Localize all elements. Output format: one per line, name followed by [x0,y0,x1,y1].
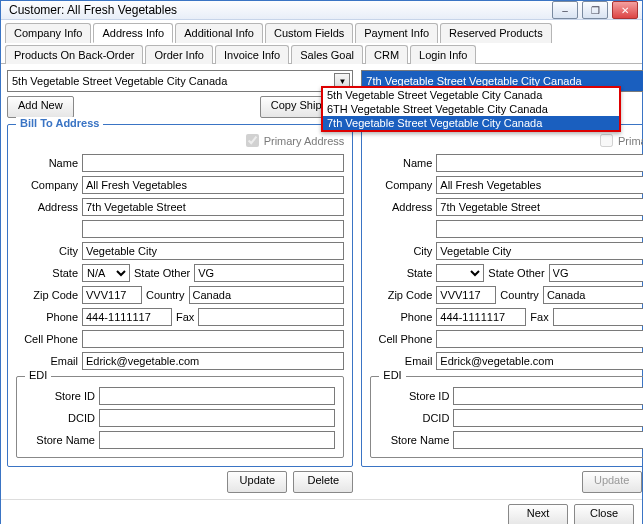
primary-address-label-right: Primary Address [618,135,643,147]
tab-company-info[interactable]: Company Info [5,23,91,43]
storeid-field[interactable] [99,387,335,405]
bill-to-selector[interactable]: 5th Vegetable Street Vegetable City Cana… [7,70,353,92]
state-other-field[interactable] [194,264,344,282]
next-button[interactable]: Next [508,504,568,524]
label-city-r: City [370,245,432,257]
storename-field[interactable] [99,431,335,449]
primary-address-checkbox-right[interactable] [600,134,613,147]
label-state-r: State [370,267,432,279]
close-button[interactable]: ✕ [612,1,638,19]
label-fax-r: Fax [530,311,548,323]
tab-address-info[interactable]: Address Info [93,23,173,43]
tab-payment-info[interactable]: Payment Info [355,23,438,43]
ship-to-dropdown[interactable]: 5th Vegetable Street Vegetable City Cana… [321,86,621,132]
label-dcid-r: DCID [379,412,449,424]
tab-order-info[interactable]: Order Info [145,45,213,64]
tab-reserved-products[interactable]: Reserved Products [440,23,552,43]
tab-crm[interactable]: CRM [365,45,408,64]
tab-sales-goal[interactable]: Sales Goal [291,45,363,64]
content: 5th Vegetable Street Vegetable City Cana… [1,64,642,499]
edi-legend: EDI [25,369,51,381]
window-buttons: – ❐ ✕ [552,1,638,19]
zip-field[interactable] [82,286,142,304]
update-button-right[interactable]: Update [582,471,642,493]
label-country: Country [146,289,185,301]
country-field-r[interactable] [543,286,643,304]
close-dialog-button[interactable]: Close [574,504,634,524]
ship-to-option[interactable]: 6TH Vegetable Street Vegetable City Cana… [323,102,619,116]
label-state: State [16,267,78,279]
company-field-r[interactable] [436,176,643,194]
ship-to-panel: 7th Vegetable Street Vegetable City Cana… [361,70,643,493]
label-company-r: Company [370,179,432,191]
label-phone: Phone [16,311,78,323]
label-storename: Store Name [25,434,95,446]
tabs: Company InfoAddress InfoAdditional InfoC… [1,20,642,64]
window-title: Customer: All Fresh Vegetables [9,3,552,17]
delete-button-left[interactable]: Delete [293,471,353,493]
label-state-other: State Other [134,267,190,279]
fax-field-r[interactable] [553,308,643,326]
titlebar: Customer: All Fresh Vegetables – ❐ ✕ [1,1,642,20]
label-cell-r: Cell Phone [370,333,432,345]
label-country-r: Country [500,289,539,301]
name-field-r[interactable] [436,154,643,172]
tab-products-on-back-order[interactable]: Products On Back-Order [5,45,143,64]
city-field[interactable] [82,242,344,260]
bill-to-fieldset: Bill To Address Primary Address Name Com… [7,124,353,467]
label-email-r: Email [370,355,432,367]
ship-to-option[interactable]: 5th Vegetable Street Vegetable City Cana… [323,88,619,102]
state-select-r[interactable] [436,264,484,282]
label-email: Email [16,355,78,367]
city-field-r[interactable] [436,242,643,260]
email-field[interactable] [82,352,344,370]
name-field[interactable] [82,154,344,172]
customer-window: Customer: All Fresh Vegetables – ❐ ✕ Com… [0,0,643,524]
label-zip: Zip Code [16,289,78,301]
tab-additional-info[interactable]: Additional Info [175,23,263,43]
edi-legend-r: EDI [379,369,405,381]
state-other-field-r[interactable] [549,264,643,282]
primary-address-checkbox[interactable] [246,134,259,147]
storeid-field-r[interactable] [453,387,643,405]
email-field-r[interactable] [436,352,643,370]
label-phone-r: Phone [370,311,432,323]
cell-field-r[interactable] [436,330,643,348]
label-storeid: Store ID [25,390,95,402]
address2-field[interactable] [82,220,344,238]
label-dcid: DCID [25,412,95,424]
storename-field-r[interactable] [453,431,643,449]
label-name-r: Name [370,157,432,169]
phone-field[interactable] [82,308,172,326]
primary-address-row-right: Primary Address [370,131,643,150]
tab-login-info[interactable]: Login Info [410,45,476,64]
tab-custom-fields[interactable]: Custom Fields [265,23,353,43]
fax-field[interactable] [198,308,344,326]
update-button-left[interactable]: Update [227,471,287,493]
dcid-field-r[interactable] [453,409,643,427]
dialog-footer: Next Close [1,499,642,524]
address1-field-r[interactable] [436,198,643,216]
edi-fieldset-left: EDI Store ID DCID Store Name [16,376,344,458]
bill-to-legend: Bill To Address [16,117,103,129]
primary-address-label: Primary Address [264,135,345,147]
dcid-field[interactable] [99,409,335,427]
address2-field-r[interactable] [436,220,643,238]
state-select[interactable]: N/A [82,264,130,282]
address1-field[interactable] [82,198,344,216]
maximize-button[interactable]: ❐ [582,1,608,19]
label-company: Company [16,179,78,191]
minimize-button[interactable]: – [552,1,578,19]
country-field[interactable] [189,286,345,304]
add-new-button[interactable]: Add New [7,96,74,118]
company-field[interactable] [82,176,344,194]
cell-field[interactable] [82,330,344,348]
tab-invoice-info[interactable]: Invoice Info [215,45,289,64]
ship-to-option[interactable]: 7th Vegetable Street Vegetable City Cana… [323,116,619,130]
phone-field-r[interactable] [436,308,526,326]
primary-address-row: Primary Address [16,131,344,150]
zip-field-r[interactable] [436,286,496,304]
edi-fieldset-right: EDI Store ID DCID Store Name [370,376,643,458]
label-address-r: Address [370,201,432,213]
label-storename-r: Store Name [379,434,449,446]
